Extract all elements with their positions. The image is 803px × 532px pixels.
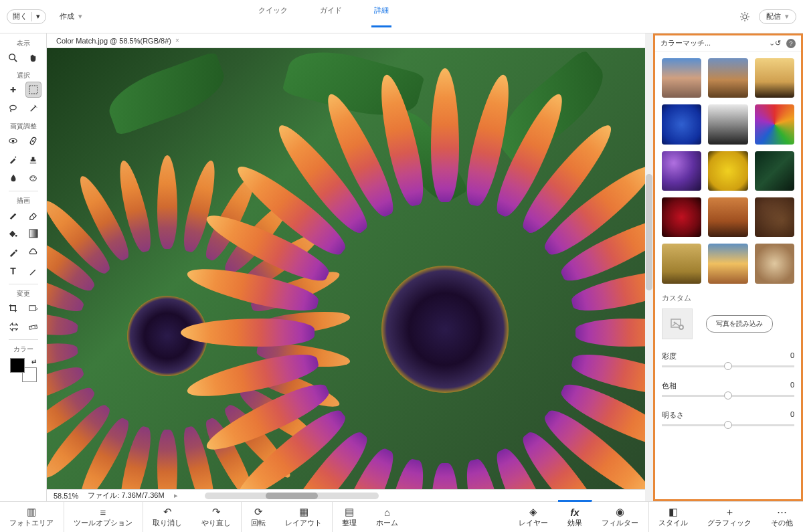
mode-tabs: クイック ガイド 詳細 <box>256 5 391 27</box>
svg-line-8 <box>747 13 748 15</box>
shape-tool-icon[interactable] <box>25 244 41 260</box>
effects-button[interactable]: fx効果 <box>558 500 592 532</box>
color-well[interactable]: ⇄ <box>10 358 37 382</box>
layers-icon: ◈ <box>529 506 537 518</box>
zoom-tool-icon[interactable] <box>5 50 21 66</box>
zoom-level[interactable]: 58.51% <box>54 492 78 500</box>
stamp-tool-icon[interactable] <box>25 151 41 167</box>
panel-title[interactable]: カラーマッチ... <box>660 38 769 48</box>
document-tab[interactable]: Color Match.jpg @ 58.5%(RGB/8#) × <box>52 35 183 46</box>
slider-track[interactable] <box>662 424 794 426</box>
tab-quick[interactable]: クイック <box>256 5 290 27</box>
create-menu[interactable]: 作成 ▾ <box>60 11 82 21</box>
undo-button[interactable]: ↶取り消し <box>143 502 192 532</box>
brightness-icon[interactable] <box>737 9 752 24</box>
load-photo-button[interactable]: 写真を読み込み <box>706 315 773 333</box>
graphics-button[interactable]: ＋グラフィック <box>698 502 762 532</box>
chevron-down-icon[interactable]: ⌄ <box>769 39 775 48</box>
fill-tool-icon[interactable] <box>5 226 21 242</box>
preset-wheat[interactable] <box>662 244 701 283</box>
rotate-button[interactable]: ⟳回転 <box>242 502 276 532</box>
more-button[interactable]: ⋯その他 <box>762 502 803 532</box>
preset-autumn-path[interactable] <box>708 197 747 237</box>
share-button[interactable]: 配信 ▾ <box>759 9 796 24</box>
svg-point-31 <box>31 326 32 327</box>
svg-rect-30 <box>29 325 37 329</box>
preset-silhouette[interactable] <box>755 58 794 98</box>
home-icon: ⌂ <box>384 506 390 518</box>
layers-button[interactable]: ◈レイヤー <box>509 502 558 532</box>
text-tool-icon[interactable]: T <box>5 263 21 279</box>
slider-thumb[interactable] <box>724 421 732 429</box>
slider-thumb[interactable] <box>724 391 732 400</box>
styles-button[interactable]: ◧スタイル <box>649 502 698 532</box>
preset-sunset-beach[interactable] <box>662 58 701 98</box>
crop-tool-icon[interactable] <box>5 300 21 316</box>
recompose-tool-icon[interactable] <box>25 300 41 316</box>
redeye-tool-icon[interactable] <box>5 132 21 149</box>
preset-pebbles[interactable] <box>755 197 794 237</box>
organize-button[interactable]: ▤整理 <box>333 502 367 532</box>
preset-desert-road[interactable] <box>708 58 747 98</box>
tab-guide[interactable]: ガイド <box>317 5 345 27</box>
custom-thumbnail[interactable] <box>662 308 693 339</box>
canvas-area: Color Match.jpg @ 58.5%(RGB/8#) × 58.51%… <box>47 33 645 501</box>
svg-point-14 <box>35 105 36 106</box>
brush-tool-icon[interactable] <box>5 207 21 223</box>
preset-purple-bokeh[interactable] <box>662 151 701 191</box>
tool-options-button[interactable]: ≡ツールオプション <box>64 502 143 532</box>
preset-bw-arch[interactable] <box>708 104 747 144</box>
preset-vivid-paint[interactable] <box>755 104 794 144</box>
blur-tool-icon[interactable] <box>5 170 21 186</box>
canvas[interactable] <box>47 48 645 489</box>
preset-yellow-flower[interactable] <box>708 151 747 191</box>
vertical-scrollbar[interactable] <box>645 33 653 501</box>
eraser-tool-icon[interactable] <box>25 207 41 223</box>
open-label: 開く <box>13 11 27 21</box>
home-button[interactable]: ⌂ホーム <box>367 502 408 532</box>
hand-tool-icon[interactable] <box>25 50 41 66</box>
lasso-tool-icon[interactable] <box>5 100 21 116</box>
heal-brush-tool-icon[interactable] <box>25 132 41 149</box>
slider-track[interactable] <box>662 365 794 367</box>
preset-dark-leaves[interactable] <box>755 151 794 191</box>
section-select: 選択 <box>17 71 30 80</box>
pencil-tool-icon[interactable] <box>25 263 41 279</box>
main-area: 表示 選択 ✚ 画質調整 描画 <box>0 33 803 501</box>
magic-wand-tool-icon[interactable] <box>25 100 41 116</box>
filters-button[interactable]: ◉フィルター <box>592 502 648 532</box>
tab-detail[interactable]: 詳細 <box>371 5 391 27</box>
divider <box>31 12 32 21</box>
layout-button[interactable]: ▦レイアウト <box>276 502 332 532</box>
sponge-tool-icon[interactable] <box>25 170 41 186</box>
slider-brightness: 明るさ0 <box>655 401 801 430</box>
open-button[interactable]: 開く ▾ <box>7 9 46 24</box>
redo-button[interactable]: ↷やり直し <box>192 502 241 532</box>
reset-icon[interactable]: ↺ <box>775 39 781 48</box>
preset-blue-feathers[interactable] <box>662 104 701 144</box>
slider-hue: 色相0 <box>655 371 801 401</box>
preset-tropical-sunset[interactable] <box>708 244 747 283</box>
help-icon[interactable]: ? <box>786 39 796 48</box>
color-match-panel: カラーマッチ... ⌄ ↺ ? カスタム 写真を <box>653 33 803 501</box>
move-tool-icon[interactable]: ✚ <box>5 82 21 98</box>
gradient-tool-icon[interactable] <box>25 226 41 242</box>
horizontal-scrollbar[interactable] <box>205 493 379 499</box>
svg-line-10 <box>14 59 17 62</box>
preset-red-rose[interactable] <box>662 197 701 237</box>
straighten-tool-icon[interactable] <box>25 319 41 335</box>
swap-colors-icon[interactable]: ⇄ <box>31 358 37 365</box>
preset-latte-art[interactable] <box>755 244 794 283</box>
photo-area-button[interactable]: ▥フォトエリア <box>0 502 64 532</box>
svg-point-12 <box>10 105 16 110</box>
marquee-tool-icon[interactable] <box>25 82 41 98</box>
slider-track[interactable] <box>662 395 794 397</box>
content-move-tool-icon[interactable] <box>5 319 21 335</box>
close-icon[interactable]: × <box>175 37 179 44</box>
chevron-right-icon[interactable]: ▸ <box>174 491 178 500</box>
slider-thumb[interactable] <box>724 362 732 370</box>
smart-brush-tool-icon[interactable] <box>5 151 21 167</box>
eyedropper-tool-icon[interactable] <box>5 244 21 260</box>
svg-rect-29 <box>29 305 35 311</box>
fg-color-swatch[interactable] <box>10 358 25 373</box>
